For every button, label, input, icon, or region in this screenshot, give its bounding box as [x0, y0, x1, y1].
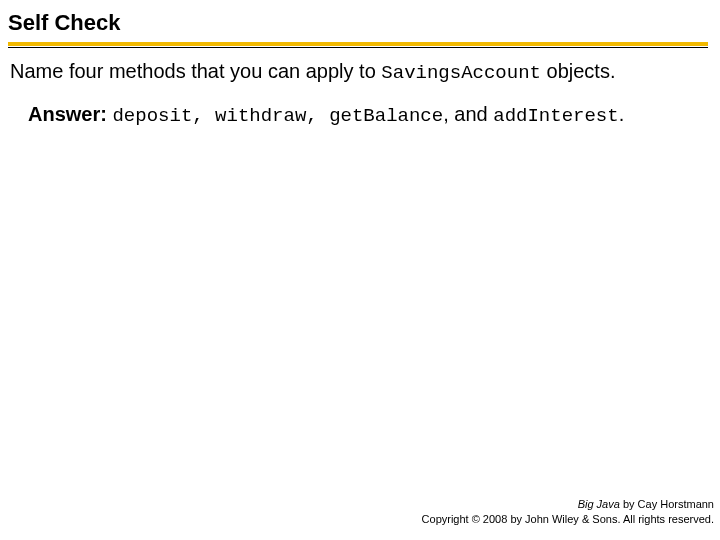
answer-method-4: addInterest [493, 105, 618, 127]
title-rule-gold [8, 42, 708, 46]
answer-sep-1: , [192, 105, 215, 127]
footer-line-1: Big Java by Cay Horstmann [422, 497, 714, 511]
question-code: SavingsAccount [381, 62, 541, 84]
question-suffix: objects. [541, 60, 615, 82]
footer-book-title: Big Java [578, 498, 620, 510]
answer-method-1: deposit [112, 105, 192, 127]
question-line: Name four methods that you can apply to … [10, 58, 706, 87]
answer-method-3: getBalance [329, 105, 443, 127]
answer-and: and [454, 103, 493, 125]
slide-body: Name four methods that you can apply to … [8, 48, 708, 129]
answer-line: Answer: deposit, withdraw, getBalance, a… [10, 101, 706, 130]
footer-copyright: Copyright © 2008 by John Wiley & Sons. A… [422, 512, 714, 526]
answer-period: . [619, 103, 625, 125]
answer-sep-2: , [306, 105, 329, 127]
question-prefix: Name four methods that you can apply to [10, 60, 381, 82]
slide-title: Self Check [8, 10, 708, 40]
footer: Big Java by Cay Horstmann Copyright © 20… [422, 497, 714, 526]
answer-label: Answer: [28, 103, 107, 125]
slide: Self Check Name four methods that you ca… [0, 0, 720, 540]
footer-byline: by Cay Horstmann [620, 498, 714, 510]
answer-method-2: withdraw [215, 105, 306, 127]
answer-sep-and-before: , [443, 103, 454, 125]
